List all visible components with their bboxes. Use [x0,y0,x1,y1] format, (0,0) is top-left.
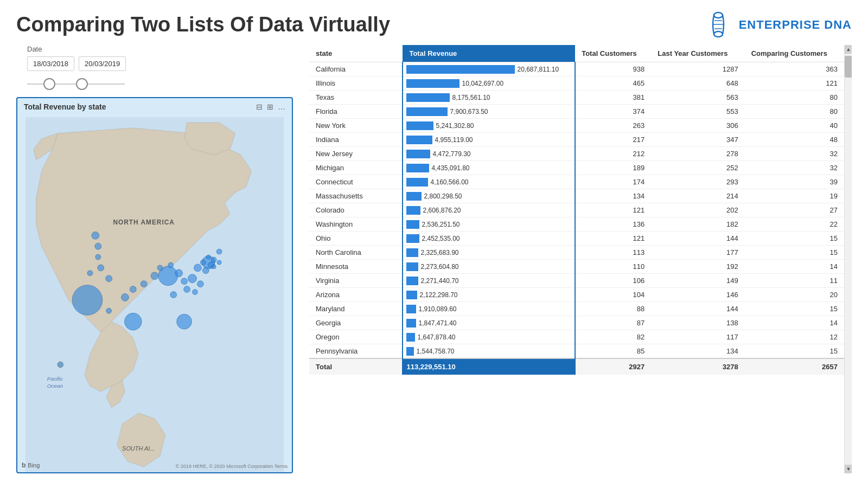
cell-state: Illinois [309,76,403,91]
header: Comparing Two Lists Of Data Virtually EN… [0,0,868,40]
bubble-maine[interactable] [216,249,222,254]
bubble-ohio[interactable] [188,274,197,283]
end-date[interactable]: 20/03/2019 [79,56,126,71]
bubble-california[interactable] [72,285,103,316]
bubble-tennessee[interactable] [170,292,177,298]
cell-comparing: 39 [745,175,844,189]
cell-customers: 212 [575,147,651,161]
bubble-colorado[interactable] [106,275,112,282]
bubble-northcarolina[interactable] [192,290,197,295]
cell-revenue: 2,273,604.80 [403,260,575,274]
date-slider[interactable] [27,78,293,91]
bubble-california2[interactable] [87,271,93,276]
cell-revenue: 2,536,251.50 [403,217,575,232]
bubble-minnesota[interactable] [151,272,158,280]
filter-icon[interactable]: ⊟ [256,102,263,111]
table-row: Massachusetts 2,800,298.50 134 214 19 [309,189,844,203]
col-header-state[interactable]: state [309,45,403,62]
bubble-wisconsin[interactable] [157,265,163,271]
expand-icon[interactable]: ⊞ [267,102,273,111]
more-icon[interactable]: … [278,102,285,111]
cell-last-customers: 293 [651,175,744,189]
bubble-florida[interactable] [177,314,192,329]
data-table: state Total Revenue Total Customers Last… [309,45,844,375]
bubble-virginia[interactable] [197,281,203,287]
bubble-newjersey[interactable] [202,267,209,274]
bubble-oregon[interactable] [95,243,101,249]
bubble-maryland[interactable] [200,260,206,265]
cell-revenue: 1,544,758.70 [403,344,575,359]
cell-state: Oregon [309,330,403,344]
cell-revenue: 1,647,878.40 [403,330,575,344]
cell-comparing: 32 [745,147,844,161]
bubble-vermont[interactable] [212,265,216,269]
bubble-rhodeisland[interactable] [217,260,221,265]
cell-state: Massachusetts [309,189,403,203]
scroll-down-arrow[interactable]: ▼ [845,465,852,473]
content-area: Date 18/03/2018 20/03/2019 Total Revenue… [0,40,868,479]
cell-revenue: 10,042,697.00 [403,76,575,91]
bubble-indiana[interactable] [175,269,183,277]
table-row: Connecticut 4,160,566.00 174 293 39 [309,175,844,189]
cell-comparing: 27 [745,203,844,217]
bubble-hawaii[interactable] [58,362,63,368]
cell-last-customers: 553 [651,105,744,119]
bing-icon: b [22,461,25,469]
table-row: Pennsylvania 1,544,758.70 85 134 15 [309,344,844,359]
scroll-up-arrow[interactable]: ▲ [845,45,852,54]
cell-customers: 110 [575,260,651,274]
bubble-kentucky[interactable] [181,278,188,285]
date-filter: Date 18/03/2018 20/03/2019 [16,45,293,91]
bubble-arizona[interactable] [106,308,112,313]
col-header-customers[interactable]: Total Customers [575,45,651,62]
bubble-nevada[interactable] [95,254,101,260]
cell-comparing: 20 [745,288,844,302]
cell-revenue: 4,472,779.30 [403,147,575,161]
cell-customers: 465 [575,76,651,91]
table-row: Michigan 4,435,091.80 189 252 32 [309,161,844,175]
cell-revenue: 2,122,298.70 [403,288,575,302]
bubble-pennsylvania[interactable] [194,264,201,272]
cell-revenue: 2,271,440.70 [403,274,575,288]
bubble-massachusetts[interactable] [211,257,216,262]
cell-state: Connecticut [309,175,403,189]
start-date[interactable]: 18/03/2018 [27,56,74,71]
bubble-texas[interactable] [124,313,142,330]
cell-last-customers: 563 [651,91,744,105]
cell-customers: 82 [575,330,651,344]
cell-last-customers: 117 [651,330,744,344]
svg-text:SOUTH AI...: SOUTH AI... [122,445,155,452]
total-customers: 2927 [575,358,651,375]
bubble-washington[interactable] [92,232,99,239]
table-row: Colorado 2,606,876.20 121 202 27 [309,203,844,217]
scrollbar[interactable]: ▲ ▼ [844,45,852,473]
cell-customers: 381 [575,91,651,105]
table-row: Maryland 1,910,089.60 88 144 15 [309,302,844,316]
cell-last-customers: 347 [651,133,744,147]
cell-comparing: 19 [745,189,844,203]
map-body: NORTH AMERICA Pacific Ocean SOUTH AI... [17,117,292,472]
bubble-utah[interactable] [98,265,104,271]
cell-customers: 174 [575,175,651,189]
bubble-oklahoma[interactable] [121,294,129,301]
bubble-michigan[interactable] [168,262,174,268]
bubble-iowa[interactable] [141,281,147,287]
col-header-revenue[interactable]: Total Revenue [403,45,575,62]
svg-text:Pacific: Pacific [47,376,63,382]
cell-comparing: 15 [745,344,844,359]
col-header-comparing[interactable]: Comparing Customers [745,45,844,62]
scrollbar-thumb[interactable] [845,56,852,78]
bubble-missouri[interactable] [130,286,136,293]
table-row: Minnesota 2,273,604.80 110 192 14 [309,260,844,274]
col-header-last-customers[interactable]: Last Year Customers [651,45,744,62]
bubble-newhampshire[interactable] [206,255,210,259]
left-panel: Date 18/03/2018 20/03/2019 Total Revenue… [16,45,293,473]
slider-knob-left[interactable] [43,78,55,90]
cell-comparing: 15 [745,302,844,316]
cell-comparing: 32 [745,161,844,175]
cell-last-customers: 648 [651,76,744,91]
slider-knob-right[interactable] [76,78,88,90]
cell-last-customers: 214 [651,189,744,203]
bubble-georgia[interactable] [184,286,190,293]
total-revenue: 113,229,551.10 [403,358,575,375]
